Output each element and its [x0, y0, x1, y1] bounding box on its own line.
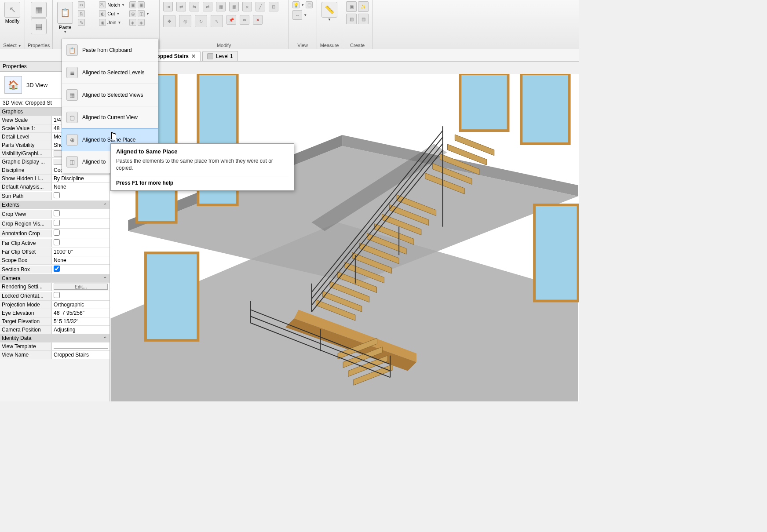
- checkbox[interactable]: [54, 220, 60, 226]
- property-key: View Template: [0, 343, 52, 350]
- tool-delete-icon[interactable]: ✕: [253, 15, 263, 25]
- geom-btn-1[interactable]: ▣▣: [128, 1, 151, 9]
- tool-move-icon[interactable]: ✥: [163, 15, 175, 27]
- property-value: Adjusting: [54, 327, 75, 333]
- paste-from-clipboard[interactable]: 📋Paste from Clipboard: [62, 39, 158, 62]
- property-value: 5' 5 15/32": [54, 318, 79, 324]
- property-key: Far Clip Offset: [0, 248, 52, 256]
- tool-array-icon[interactable]: ▦: [216, 2, 226, 11]
- tool-split-icon[interactable]: ╱: [256, 2, 265, 11]
- paste-aligned-current[interactable]: ▢Aligned to Current View: [62, 106, 158, 129]
- checkbox[interactable]: [54, 192, 60, 198]
- properties-row[interactable]: Far Clip Active: [0, 238, 110, 248]
- property-key: Rendering Setti...: [0, 283, 52, 291]
- property-key: Camera Position: [0, 326, 52, 334]
- ribbon-group-measure: 📏 ▼ Measure: [317, 0, 342, 49]
- property-value: 1000' 0": [54, 249, 73, 255]
- properties-row[interactable]: Target Elevation5' 5 15/32": [0, 317, 110, 326]
- paste-aligned-levels[interactable]: ≣Aligned to Selected Levels: [62, 62, 158, 84]
- cut-button[interactable]: ◐Cut ▼: [98, 10, 126, 18]
- group-label-modify: Modify: [217, 43, 231, 48]
- properties-row[interactable]: Show Hidden Li...By Discipline: [0, 175, 110, 183]
- properties-row[interactable]: Annotation Crop: [0, 229, 110, 238]
- properties-row[interactable]: Projection ModeOrthographic: [0, 301, 110, 309]
- property-value: 46' 7 95/256": [54, 310, 84, 316]
- ribbon-group-view: 💡▼▢ ↔▼ View: [289, 0, 317, 49]
- tool-rotate-icon[interactable]: ↻: [195, 15, 207, 27]
- tool-extend-icon[interactable]: ⤡: [211, 15, 223, 27]
- properties-section-header[interactable]: Extents⌃: [0, 201, 110, 209]
- checkbox[interactable]: [54, 239, 60, 245]
- svg-rect-7: [460, 74, 508, 131]
- ribbon-group-select: ↖ Modify Select ▼: [0, 0, 25, 49]
- picked-icon: ◫: [66, 156, 78, 168]
- tool-trim-icon[interactable]: ⨯: [242, 2, 252, 11]
- view-btn-1[interactable]: 💡▼▢: [291, 1, 314, 9]
- group-label-select: Select ▼: [3, 43, 22, 48]
- tool-pin-icon[interactable]: 📌: [226, 15, 236, 25]
- properties-row[interactable]: View Template: [0, 343, 110, 351]
- properties-row[interactable]: Crop View: [0, 209, 110, 219]
- view-btn-2[interactable]: ↔▼: [291, 10, 314, 20]
- properties-row[interactable]: View NameCropped Stairs: [0, 351, 110, 359]
- properties-row[interactable]: Section Box: [0, 265, 110, 274]
- properties-row[interactable]: Rendering Setti...Edit...: [0, 283, 110, 291]
- tooltip: Aligned to Same Place Pastes the element…: [110, 143, 294, 191]
- tool-offset-icon[interactable]: ⇄: [176, 2, 186, 11]
- group-label-view: View: [297, 43, 308, 48]
- tool-mirror2-icon[interactable]: ⇌: [203, 2, 212, 11]
- tool-gap-icon[interactable]: ⊟: [269, 2, 278, 11]
- notch-button[interactable]: ⛏Notch ▼: [98, 1, 126, 9]
- modify-button[interactable]: ↖ Modify: [3, 1, 22, 25]
- edit-button[interactable]: Edit...: [54, 284, 108, 290]
- svg-rect-6: [146, 253, 198, 340]
- mouse-cursor: [111, 133, 117, 141]
- property-key: Eye Elevation: [0, 309, 52, 317]
- create-btn-2[interactable]: ▧▨: [345, 13, 370, 25]
- checkbox[interactable]: [54, 210, 60, 216]
- join-button[interactable]: ◉Join ▼: [98, 18, 126, 26]
- properties-row[interactable]: Default Analysis...None: [0, 183, 110, 191]
- create-btn-1[interactable]: ▣✨: [345, 1, 370, 12]
- matchtype-small-icon[interactable]: ✎: [77, 18, 86, 26]
- edit-button[interactable]: [54, 348, 108, 349]
- properties-row[interactable]: Locked Orientat...: [0, 291, 110, 301]
- properties-row[interactable]: Scope BoxNone: [0, 256, 110, 265]
- tool-copy-icon[interactable]: ◎: [179, 15, 191, 27]
- checkbox[interactable]: [54, 230, 60, 236]
- tool-align-icon[interactable]: ⇥: [163, 2, 173, 11]
- tool-unpin-icon[interactable]: ⚮: [240, 15, 249, 25]
- copy-small-icon[interactable]: ⎘: [77, 10, 86, 18]
- properties-row[interactable]: Sun Path: [0, 191, 110, 201]
- measure-icon: 📏: [321, 2, 337, 18]
- checkbox[interactable]: [54, 266, 60, 272]
- property-key: Show Hidden Li...: [0, 175, 52, 182]
- properties-row[interactable]: Eye Elevation46' 7 95/256": [0, 309, 110, 317]
- group-label-create: Create: [350, 43, 365, 48]
- properties-section-header[interactable]: Identity Data⌃: [0, 334, 110, 343]
- tool-mirror-icon[interactable]: ⇋: [190, 2, 199, 11]
- cut-small-icon[interactable]: ✂: [77, 1, 86, 9]
- properties-section-header[interactable]: Camera⌃: [0, 274, 110, 283]
- paste-aligned-views[interactable]: ▦Aligned to Selected Views: [62, 84, 158, 106]
- properties-row[interactable]: Far Clip Offset1000' 0": [0, 248, 110, 256]
- measure-button[interactable]: 📏 ▼: [320, 1, 339, 22]
- property-value: Me: [54, 134, 61, 140]
- property-key: Graphic Display ...: [0, 158, 52, 166]
- tooltip-title: Aligned to Same Place: [116, 148, 289, 155]
- property-key: Locked Orientat...: [0, 292, 52, 300]
- geom-btn-2[interactable]: ◎◫▼: [128, 10, 151, 18]
- property-key: Sun Path: [0, 192, 52, 200]
- tool-array2-icon[interactable]: ▦: [229, 2, 239, 11]
- properties-icon: ▦: [31, 2, 47, 18]
- close-icon[interactable]: ✕: [191, 53, 196, 59]
- geom-btn-3[interactable]: ◈◈: [128, 18, 151, 26]
- paste-button[interactable]: 📋 Paste ▼: [55, 1, 75, 35]
- properties-row[interactable]: Camera PositionAdjusting: [0, 326, 110, 334]
- properties-row[interactable]: Crop Region Vis...: [0, 219, 110, 229]
- checkbox[interactable]: [54, 292, 60, 298]
- drawing-canvas[interactable]: [110, 74, 579, 401]
- tab-level1[interactable]: Level 1: [202, 51, 238, 61]
- properties-button[interactable]: ▦ ▤: [29, 1, 48, 35]
- paste-dropdown-icon[interactable]: ▼: [63, 30, 67, 34]
